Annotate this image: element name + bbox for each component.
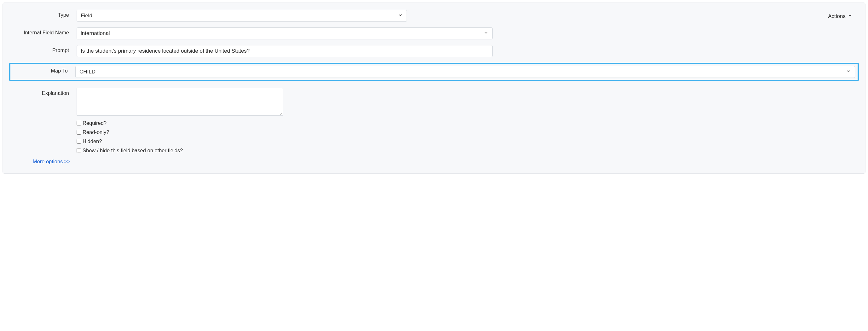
internal-label: Internal Field Name	[10, 27, 76, 36]
row-explanation: Explanation Required? Read-only? Hidden?	[10, 88, 858, 157]
prompt-input[interactable]: Is the student's primary residence locat…	[76, 45, 493, 57]
checkbox-group: Required? Read-only? Hidden? Show / hide…	[76, 120, 858, 153]
readonly-checkbox[interactable]	[76, 130, 81, 134]
conditional-checkbox-row[interactable]: Show / hide this field based on other fi…	[76, 148, 858, 153]
more-options-link[interactable]: More options >>	[10, 158, 70, 164]
type-value: Field	[81, 12, 92, 19]
prompt-label: Prompt	[10, 45, 76, 53]
mapto-label: Map To	[12, 66, 75, 74]
chevron-down-icon	[484, 30, 489, 37]
explanation-textarea[interactable]	[76, 88, 283, 116]
row-map-to: Map To CHILD	[9, 63, 859, 81]
row-internal-name: Internal Field Name international	[10, 27, 858, 39]
type-select[interactable]: Field	[76, 10, 407, 22]
explanation-label: Explanation	[10, 88, 76, 96]
readonly-label: Read-only?	[83, 129, 109, 135]
required-label: Required?	[83, 120, 106, 126]
chevron-down-icon	[846, 69, 851, 76]
mapto-value: CHILD	[80, 69, 95, 75]
mapto-select[interactable]: CHILD	[75, 66, 855, 78]
row-type: Type Field	[10, 10, 858, 22]
row-prompt: Prompt Is the student's primary residenc…	[10, 45, 858, 57]
prompt-value: Is the student's primary residence locat…	[81, 48, 250, 54]
hidden-checkbox-row[interactable]: Hidden?	[76, 139, 858, 144]
type-label: Type	[10, 10, 76, 18]
conditional-checkbox[interactable]	[76, 148, 81, 153]
required-checkbox-row[interactable]: Required?	[76, 120, 858, 126]
conditional-label: Show / hide this field based on other fi…	[83, 148, 183, 153]
field-editor-panel: Actions Type Field Internal Field Name i…	[2, 2, 866, 174]
internal-name-select[interactable]: international	[76, 27, 493, 39]
actions-menu[interactable]: Actions	[828, 13, 852, 20]
hidden-label: Hidden?	[83, 139, 102, 144]
required-checkbox[interactable]	[76, 121, 81, 125]
readonly-checkbox-row[interactable]: Read-only?	[76, 129, 858, 135]
chevron-down-icon	[847, 13, 852, 20]
actions-label: Actions	[828, 13, 846, 20]
internal-name-value: international	[81, 30, 110, 36]
chevron-down-icon	[398, 12, 403, 19]
hidden-checkbox[interactable]	[76, 139, 81, 144]
